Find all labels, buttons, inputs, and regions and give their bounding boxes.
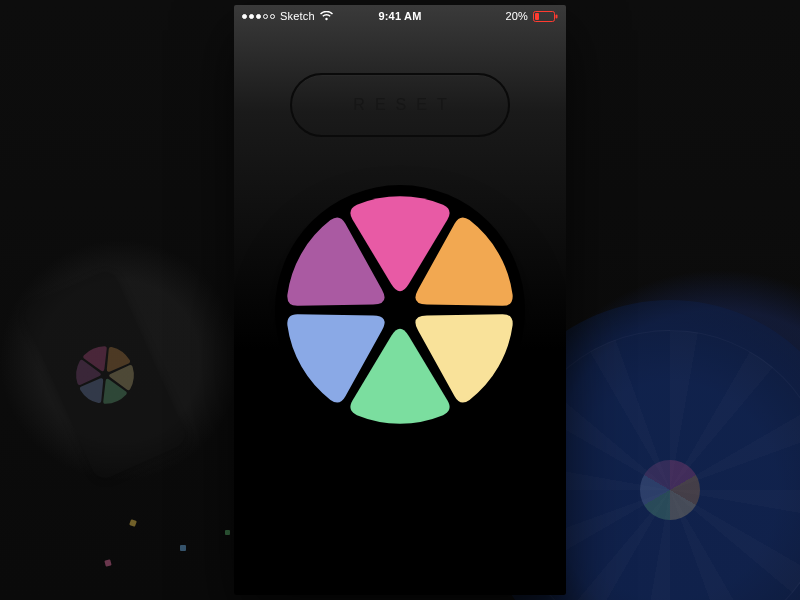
clock: 9:41 AM	[378, 10, 421, 22]
confetti	[225, 530, 230, 535]
reset-button-label: RESET	[343, 96, 456, 114]
carrier-label: Sketch	[280, 10, 315, 22]
status-bar: Sketch 9:41 AM 20%	[234, 5, 566, 25]
color-wheel[interactable]	[275, 185, 525, 435]
wheel-shadow	[275, 185, 525, 435]
battery-text: 20%	[505, 10, 528, 22]
battery-icon	[533, 11, 558, 22]
svg-rect-1	[535, 13, 539, 20]
wifi-icon	[320, 11, 333, 21]
background-mini-wheel	[63, 333, 147, 417]
phone-mockup: Sketch 9:41 AM 20% RESET	[234, 5, 566, 595]
signal-dots	[242, 14, 275, 19]
reset-button[interactable]: RESET	[290, 73, 510, 137]
svg-rect-2	[556, 14, 558, 18]
confetti	[180, 545, 186, 551]
